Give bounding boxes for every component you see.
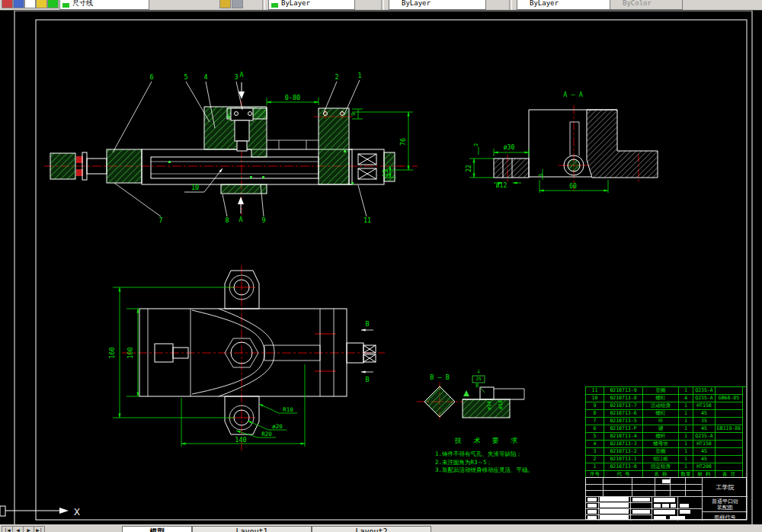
bom-cell: 1 (679, 402, 693, 410)
bom-cell: 螺钉 (643, 395, 679, 402)
annotation-text: 10 (191, 184, 199, 191)
bom-cell: 0210713-7 (604, 402, 643, 410)
annotation-text: 76 (399, 138, 407, 146)
color-swatch (271, 3, 278, 8)
annotation-text: 160 (108, 347, 116, 358)
layer-previous-icon[interactable] (232, 0, 243, 8)
annotation-text: ø12 (496, 182, 507, 189)
linetype-value: ByLayer (402, 0, 431, 7)
plotstyle-value: ByColor (623, 0, 652, 7)
bom-cell: 固定钳身 (643, 463, 679, 471)
lineweight-dropdown[interactable]: ByLayer (517, 0, 610, 10)
annotation-text: 3 (234, 73, 238, 81)
color-dropdown[interactable]: ByLayer (268, 0, 355, 10)
bom-row: 90210713-7活动钳身1HT150 (586, 402, 747, 410)
annotation-text: ø30 (504, 144, 515, 151)
bom-row: 40210713-3螺母块1HT150 (586, 441, 747, 448)
lineweight-value: ByLayer (530, 0, 559, 7)
layer-color-swatch-icon (47, 0, 59, 8)
bom-row: 70210713-5环135 (586, 418, 747, 425)
tab-nav-prev-button[interactable]: ◀ (12, 526, 24, 532)
bom-cell: 键 (643, 425, 679, 433)
tab-nav-last-button[interactable]: ▶| (34, 526, 45, 532)
bom-cell: 8 (586, 410, 604, 418)
annotation-text: 3 (538, 174, 544, 177)
bom-cell: HT200 (693, 463, 716, 471)
tab-layout1[interactable]: Layout1 (192, 526, 312, 532)
bom-cell: 螺母块 (643, 441, 679, 448)
detail-view (463, 376, 524, 418)
annotation-text: 2 (335, 73, 338, 81)
bom-row: 60210713-P键145GB119-86 (586, 425, 747, 433)
bom-cell: 环 (643, 418, 679, 425)
bom-cell: Q235-A (693, 433, 716, 441)
make-layer-icon[interactable] (219, 0, 231, 8)
bom-cell: 0210713-2 (604, 448, 643, 456)
bom-cell (716, 387, 743, 395)
bom-cell: 1 (679, 418, 693, 425)
color-value: ByLayer (281, 0, 310, 7)
tab-model[interactable]: 模型 (122, 526, 192, 532)
section-aa-view (469, 105, 658, 193)
toolbar-icon[interactable] (13, 0, 24, 8)
linetype-dropdown[interactable]: ByLayer (389, 0, 486, 10)
annotation-text: X (74, 506, 80, 518)
technical-requirements: 技 术 要 求 1.铸件不得有气孔、夹渣等缺陷；2.未注圆角为R3～5；3.装配… (429, 436, 593, 475)
tab-layout2[interactable]: Layout2 (312, 526, 431, 532)
tab-nav-next-button[interactable]: ▶ (23, 526, 34, 532)
ucs-icon (0, 506, 69, 516)
annotation-text: R10 (283, 406, 293, 413)
front-section-view (44, 80, 418, 216)
bom-cell (716, 410, 743, 418)
plan-view (113, 265, 385, 451)
bom-cell: GB119-86 (716, 425, 743, 433)
sun-icon[interactable] (36, 0, 47, 8)
annotation-text: ⊥ (477, 368, 480, 374)
layout-tab-bar: |◀ ◀ ▶ ▶| 模型 Layout1 Layout2 (0, 524, 762, 532)
section-bb-view (417, 383, 463, 421)
annotation-text: B (365, 376, 369, 383)
bom-cell: 2 (586, 456, 604, 463)
annotation-text: 8 (225, 216, 229, 224)
bom-cell: 1 (679, 463, 693, 471)
drawing-title-line2: 装配图 (703, 504, 748, 511)
bom-cell: 1 (679, 433, 693, 441)
bom-cell: 1 (679, 387, 693, 395)
layer-checkbox-icon[interactable] (24, 0, 36, 8)
bom-cell: 螺钉 (643, 410, 679, 418)
annotation-text: ø20 (272, 423, 283, 430)
bom-cell (716, 433, 743, 441)
tech-req-title: 技 术 要 求 (429, 436, 593, 446)
annotation-text: 60 (569, 183, 577, 190)
tech-req-item: 2.未注圆角为R3～5； (435, 459, 593, 467)
bom-cell: 钳口板 (643, 456, 679, 463)
bom-cell: 螺杆 (643, 433, 679, 441)
layer-dropdown[interactable]: 尺寸线 (59, 0, 149, 10)
unit-name: 工学院 (703, 483, 748, 492)
bom-cell: 1 (679, 441, 693, 448)
drawing-code-label: 图样代号 (703, 514, 748, 521)
annotation-text: 11 (363, 216, 371, 224)
annotation-text: B (365, 320, 369, 328)
bom-cell: 0210713-3 (604, 441, 643, 448)
bom-cell: 6 (586, 425, 604, 433)
layer-name: 尺寸线 (72, 0, 93, 7)
bom-cell: 1 (679, 456, 693, 463)
bom-cell: 7 (586, 418, 604, 425)
bom-cell: 1 (586, 463, 604, 471)
annotation-text: A — A (563, 91, 583, 98)
bom-cell: HT150 (693, 402, 716, 410)
annotation-text: 6 (149, 73, 153, 81)
annotation-text: 100 (126, 347, 134, 358)
bom-cell: 活动钳身 (643, 402, 679, 410)
annotation-text: 4 (203, 73, 207, 81)
bom-cell (716, 402, 743, 410)
bom-cell: 45 (693, 456, 716, 463)
object-properties-toolbar: 尺寸线 ByLayer ByLayer ByLayer ByColor (0, 0, 762, 11)
layer-swatch (62, 3, 69, 8)
bom-cell: 0210713-0 (604, 463, 643, 471)
bom-cell (716, 418, 743, 425)
tab-nav-first-button[interactable]: |◀ (2, 526, 13, 532)
title-block: 工学院 普通平口钳 装配图 图样代号 (585, 477, 747, 520)
toolbar-icon[interactable] (2, 0, 13, 8)
